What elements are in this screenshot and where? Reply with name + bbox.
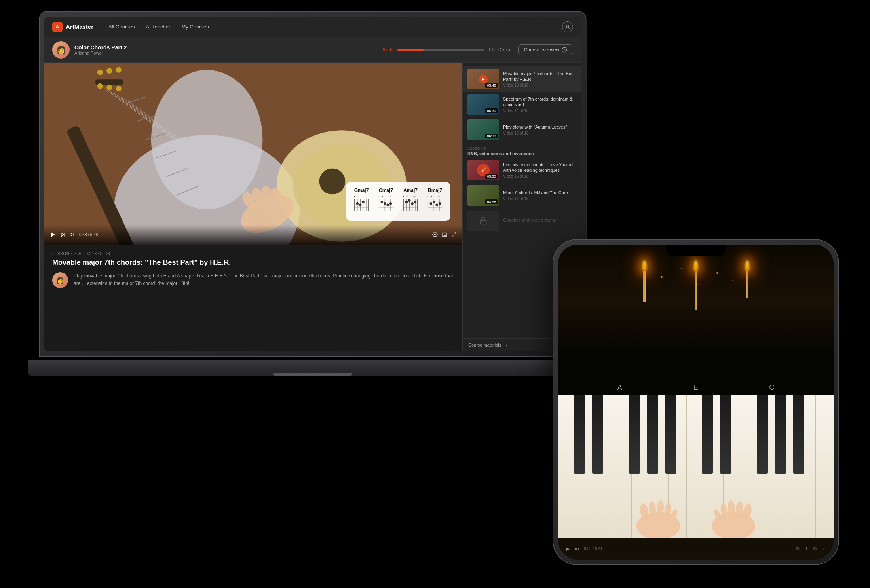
hand-right [708,498,759,538]
phone-pip-icon[interactable]: ⧉ [813,546,817,552]
svg-point-52 [362,201,364,203]
hand-left [633,498,684,538]
svg-point-31 [116,86,122,91]
phone-controls-bar: ▶ ⏭ 0:35 / 6:41 ⚙ ⬆ ⧉ ⤢ [558,538,834,560]
svg-point-24 [319,169,346,195]
logo: A ArtMaster [52,22,93,32]
volume-button[interactable] [70,232,75,237]
now-playing-icon: ▶ [479,75,488,83]
description-row: 👩 Play movable major 7th chords using bo… [52,272,454,288]
video-controls-right [432,232,457,237]
nav-all-courses[interactable]: All Courses [108,24,135,30]
svg-rect-113 [481,220,486,224]
chord-diagram-amaj7: × × 5fr [402,195,419,214]
lesson-title: Movable major 7th chords: "The Best Part… [52,258,454,267]
sparkle-3 [697,284,698,285]
sparkle-1 [661,276,663,278]
svg-point-51 [359,204,361,206]
laptop-base [28,360,598,376]
key-white-2[interactable] [576,395,595,538]
nav-my-courses[interactable]: My Courses [181,24,209,30]
playlist-meta-13: Video 13 of 18 [503,83,576,87]
svg-text:7fr: 7fr [437,195,440,198]
playlist-meta-16: Video 16 of 18 [503,174,576,178]
chord-label-c: C [769,383,774,392]
playlist-title-18: Goodbye and keep growing! [503,217,576,223]
nav-ai-teacher[interactable]: AI Teacher [146,24,171,30]
svg-text:5fr: 5fr [413,195,416,198]
phone-airplay-icon[interactable]: ⬆ [805,546,809,552]
skip-forward-button[interactable] [60,232,66,237]
candle-right [745,260,749,310]
svg-point-102 [435,204,438,206]
progress-section: 8 min 1 hr 17 min [383,47,510,52]
user-avatar[interactable] [562,21,573,32]
svg-point-27 [106,68,112,74]
chord-diagram-bmaj7: × × 7fr [427,195,443,214]
svg-text:8fr: 8fr [388,195,391,198]
playlist-item-18[interactable]: Goodbye and keep growing! [463,208,581,233]
lesson-5-name: R&B, extensions and inversions [467,151,576,156]
playlist-item-17[interactable]: 04:58 Minor 9 chords: MJ and The Cure Vi… [463,183,581,208]
key-white-14[interactable] [797,395,815,538]
course-info: Color Chords Part 2 Arianna Powell [74,44,375,55]
playlist-info-16: First inversion chords: "Love Yourself" … [503,162,576,179]
playlist-meta-15: Video 15 of 18 [503,131,576,135]
phone-content: A E C [558,245,834,560]
duration-badge-16: 05:50 [485,174,498,179]
duration-badge-15: 06:32 [485,134,498,138]
phone-skip-button[interactable]: ⏭ [574,546,579,552]
chord-label-a: A [617,383,622,392]
course-overview-button[interactable]: Course overview [518,44,573,55]
course-header: 👩 Color Chords Part 2 Arianna Powell 8 m… [44,37,581,63]
svg-point-69 [389,202,392,205]
svg-marker-107 [70,233,72,236]
stick-right [746,271,748,298]
fullscreen-button[interactable] [451,232,457,237]
playlist-item-13[interactable]: ▶ 05:48 Movable major 7th chords: "The B… [463,66,581,92]
play-button[interactable] [50,231,56,238]
svg-point-101 [433,201,435,203]
thumb-18 [467,211,499,231]
laptop-body: A ArtMaster All Courses AI Teacher My Co… [40,12,586,356]
video-container[interactable]: Gmaj7 × × [44,63,462,245]
duration-badge-17: 04:58 [485,199,498,204]
chord-amaj7: Amaj7 × × 5fr [402,188,419,215]
sparkle-5 [732,280,733,281]
thumb-16: 🎸 05:50 [467,160,499,180]
key-white-3[interactable] [595,395,613,538]
svg-point-108 [434,234,436,235]
pip-button[interactable] [442,232,447,237]
chord-cmaj7: Cmaj7 × × 8fr [378,188,394,215]
flame-right [745,260,749,271]
settings-button[interactable] [432,232,438,237]
chord-labels: A E C [558,383,834,392]
svg-text:×   ×: × × [354,195,359,198]
candles [642,260,749,310]
svg-text:×   ×: × × [427,195,433,198]
phone-play-button[interactable]: ▶ [566,546,570,552]
sparkle-4 [716,272,718,274]
key-white-1[interactable] [558,395,576,538]
video-description: LESSON 4 • Video 13 of 18 Movable major … [44,245,462,295]
key-white-13[interactable] [779,395,797,538]
flame-center [694,260,698,271]
key-white-15[interactable] [816,395,834,538]
phone-settings-icon[interactable]: ⚙ [796,546,800,552]
chord-gmaj7: Gmaj7 × × [353,188,370,215]
playlist-item-16[interactable]: 🎸 05:50 First inversion chords: "Love Yo… [463,157,581,183]
course-author: Arianna Powell [74,51,375,55]
thumb-15: 06:32 [467,119,499,140]
progress-bar-fill [397,49,424,51]
duration-badge-14: 06:30 [485,108,498,113]
thumb-17: 04:58 [467,185,499,206]
phone-fullscreen-icon[interactable]: ⤢ [822,546,826,552]
progress-start: 8 min [383,47,393,52]
svg-point-67 [384,202,386,205]
svg-point-85 [411,202,413,205]
playlist-item-14[interactable]: 06:30 Spectrum of 7th chords: dominant &… [463,92,581,117]
course-avatar: 👩 [52,41,70,59]
svg-point-68 [386,204,389,206]
playlist-item-15[interactable]: 06:32 Play along with "Autumn Leaves" Vi… [463,117,581,142]
left-panel: Gmaj7 × × [44,63,462,351]
